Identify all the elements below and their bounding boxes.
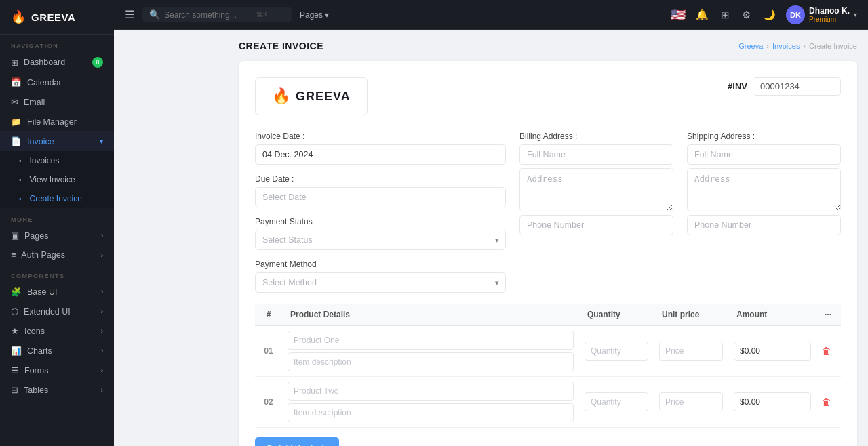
- add-products-label: Add Products: [277, 443, 328, 447]
- sidebar-item-forms[interactable]: ☰ Forms ›: [0, 361, 114, 380]
- product-price-input[interactable]: [659, 392, 723, 411]
- delete-icon[interactable]: 🗑: [822, 346, 831, 357]
- sidebar: 🔥 GREEVA NAVIGATION ⊞ Dashboard 8 📅 Cale…: [0, 0, 114, 446]
- shipping-phone-input[interactable]: [687, 215, 841, 235]
- product-num: 01: [255, 326, 282, 377]
- product-amount-display: $0.00: [734, 342, 811, 361]
- billing-address-input[interactable]: [519, 168, 673, 211]
- sidebar-item-view-invoice[interactable]: View Invoice: [0, 170, 114, 189]
- chevron-right-icon: ›: [101, 367, 103, 374]
- layouts-icon: ▣: [11, 230, 19, 241]
- settings-icon[interactable]: ⚙: [742, 9, 751, 21]
- product-amount-cell: $0.00: [728, 326, 816, 377]
- product-qty-cell: [579, 326, 654, 377]
- invoice-date-group: Invoice Date :: [255, 131, 506, 165]
- grid-icon[interactable]: ⊞: [721, 9, 730, 21]
- more-section-label: MORE: [0, 208, 114, 226]
- product-desc-input[interactable]: [288, 352, 574, 371]
- due-date-label: Due Date :: [255, 174, 506, 184]
- logo-text: GREEVA: [296, 89, 351, 104]
- chevron-right-icon: ›: [101, 251, 103, 259]
- dashboard-badge: 8: [92, 57, 103, 68]
- search-bar[interactable]: 🔍 ⌘K: [142, 7, 292, 22]
- product-num: 02: [255, 377, 282, 428]
- shipping-name-input[interactable]: [687, 144, 841, 165]
- bell-icon[interactable]: 🔔: [696, 9, 709, 21]
- chevron-right-icon: ›: [101, 288, 103, 296]
- sidebar-item-tables[interactable]: ⊟ Tables ›: [0, 380, 114, 400]
- col-unit-price: Unit price: [654, 304, 728, 326]
- shipping-label: Shipping Address :: [687, 131, 841, 141]
- sidebar-item-layouts[interactable]: ▣ Pages ›: [0, 226, 114, 245]
- more-options-icon[interactable]: ···: [825, 310, 831, 319]
- sidebar-item-calendar[interactable]: 📅 Calendar: [0, 73, 114, 92]
- invoice-date-input[interactable]: [255, 144, 506, 165]
- product-qty-cell: [579, 377, 654, 428]
- search-input[interactable]: [164, 10, 252, 20]
- user-menu[interactable]: DK Dhanoo K. Premium ▾: [786, 5, 857, 24]
- page-header: CREATE INVOICE Greeva › Invoices › Creat…: [239, 41, 857, 52]
- sidebar-item-base-ui[interactable]: 🧩 Base UI ›: [0, 282, 114, 302]
- sidebar-item-label: Extended UI: [24, 307, 71, 317]
- topbar: ☰ 🔍 ⌘K Pages ▾ 🇺🇸 🔔 ⊞ ⚙ 🌙 DK Dhanoo K. P…: [114, 0, 868, 30]
- extendedui-icon: ⬡: [11, 306, 18, 317]
- sidebar-item-invoices[interactable]: Invoices: [0, 151, 114, 170]
- sidebar-item-multi-level[interactable]: ≡ Auth Pages ›: [0, 245, 114, 264]
- chevron-right-icon: ›: [101, 308, 103, 315]
- invoice-date-label: Invoice Date :: [255, 131, 506, 141]
- hamburger-icon[interactable]: ☰: [125, 8, 134, 21]
- sidebar-item-label: Charts: [27, 346, 52, 356]
- sidebar-item-invoice[interactable]: 📄 Invoice ▾: [0, 131, 114, 151]
- components-section-label: COMPONENTS: [0, 264, 114, 282]
- table-header-row: # Product Details Quantity Unit price Am…: [255, 304, 841, 326]
- sidebar-item-label: Forms: [24, 366, 48, 376]
- breadcrumb-invoices[interactable]: Invoices: [772, 42, 800, 50]
- sidebar-item-create-invoice[interactable]: Create Invoice: [0, 189, 114, 208]
- payment-status-select[interactable]: Select Status Paid Pending Overdue: [255, 230, 506, 250]
- shipping-address-input[interactable]: [687, 168, 841, 211]
- product-desc-input[interactable]: [288, 403, 574, 422]
- billing-phone-input[interactable]: [519, 215, 673, 235]
- table-row: 01 $0.00 🗑: [255, 326, 841, 377]
- col-num: #: [255, 304, 282, 326]
- pages-label: Pages: [300, 10, 323, 20]
- product-qty-input[interactable]: [585, 342, 648, 361]
- shipping-group: Shipping Address :: [687, 131, 841, 293]
- sidebar-item-file-manager[interactable]: 📁 File Manager: [0, 112, 114, 131]
- sidebar-item-label: Base UI: [27, 287, 57, 297]
- sidebar-item-icons[interactable]: ★ Icons ›: [0, 321, 114, 341]
- product-name-input[interactable]: [288, 331, 574, 350]
- invoice-header-row: 🔥 GREEVA #INV: [255, 77, 841, 115]
- payment-method-label: Payment Method: [255, 260, 506, 269]
- billing-name-input[interactable]: [519, 144, 673, 165]
- sidebar-item-email[interactable]: ✉ Email: [0, 92, 114, 112]
- add-products-button[interactable]: ⊕ Add Products: [255, 437, 339, 446]
- breadcrumb-greeva[interactable]: Greeva: [738, 42, 763, 50]
- due-date-group: Due Date :: [255, 174, 506, 207]
- sidebar-item-dashboard[interactable]: ⊞ Dashboard 8: [0, 52, 114, 73]
- chevron-right-icon: ›: [101, 327, 103, 335]
- search-shortcut: ⌘K: [256, 11, 268, 18]
- sidebar-sub-label: Invoices: [30, 156, 60, 165]
- product-amount-display: $0.00: [734, 392, 811, 411]
- delete-icon[interactable]: 🗑: [822, 397, 831, 407]
- product-name-input[interactable]: [288, 382, 574, 401]
- sidebar-item-charts[interactable]: 📊 Charts ›: [0, 341, 114, 361]
- main-content: CREATE INVOICE Greeva › Invoices › Creat…: [228, 30, 868, 446]
- due-date-input[interactable]: [255, 187, 506, 207]
- chevron-down-icon: ▾: [100, 138, 103, 145]
- plus-icon: ⊕: [266, 443, 273, 446]
- pages-menu[interactable]: Pages ▾: [300, 10, 329, 20]
- table-row: 02 $0.00 🗑: [255, 377, 841, 428]
- sidebar-sub-label: Create Invoice: [30, 194, 82, 203]
- user-info: Dhanoo K. Premium: [809, 6, 850, 23]
- sidebar-item-label: Pages: [24, 231, 48, 241]
- sidebar-item-extended-ui[interactable]: ⬡ Extended UI ›: [0, 302, 114, 321]
- flag-icon[interactable]: 🇺🇸: [671, 7, 686, 22]
- form-grid: Invoice Date : Due Date : Payment Status…: [255, 131, 841, 293]
- product-qty-input[interactable]: [585, 392, 648, 411]
- invoice-number-input[interactable]: [753, 77, 841, 96]
- payment-method-select[interactable]: Select Method Cash Card Bank Transfer: [255, 272, 506, 293]
- dark-mode-icon[interactable]: 🌙: [763, 9, 776, 21]
- product-price-input[interactable]: [659, 342, 723, 361]
